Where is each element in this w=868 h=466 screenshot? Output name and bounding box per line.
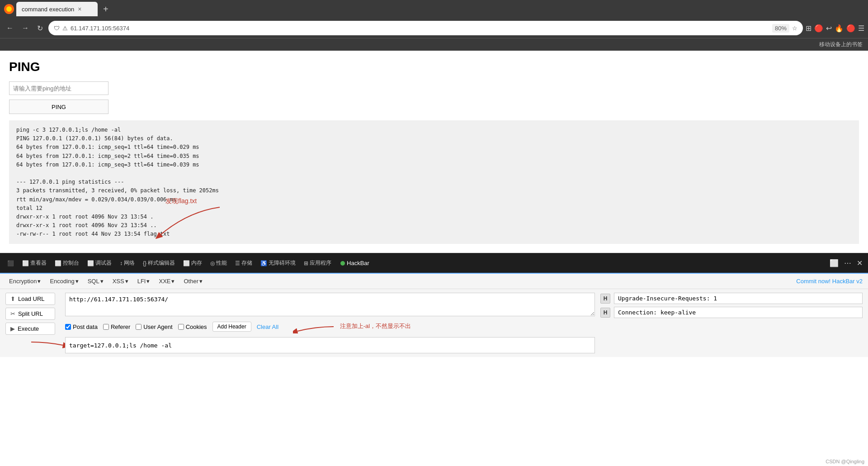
url-display: 61.147.171.105:56374 bbox=[71, 25, 767, 32]
zoom-level: 80% bbox=[772, 24, 789, 33]
upload-icon: ⬆ bbox=[10, 295, 15, 302]
lfi-chevron: ▾ bbox=[146, 278, 150, 285]
clear-all-button[interactable]: Clear All bbox=[257, 323, 278, 330]
page-content: PING PING ping -c 3 127.0.0.1;ls /home -… bbox=[0, 51, 868, 253]
annotation2-label: 注意加上-al，不然显示不出 bbox=[340, 323, 411, 330]
annotation-arrow bbox=[152, 203, 224, 239]
sql-label: SQL bbox=[88, 278, 99, 285]
encryption-menu[interactable]: Encryption ▾ bbox=[5, 276, 44, 286]
cookies-label: Cookies bbox=[186, 323, 207, 330]
devtools-bar: ⬛ ⬜ 查看器 ⬜ 控制台 ⬜ 调试器 ↕ 网络 {} 样式编辑器 ⬜ 内存 ◎… bbox=[0, 253, 868, 273]
split-url-label: Split URL bbox=[18, 310, 43, 317]
ping-button[interactable]: PING bbox=[9, 100, 108, 114]
more-options-icon[interactable]: ⋯ bbox=[842, 257, 853, 269]
addon-icon[interactable]: 🔴 bbox=[846, 24, 855, 33]
responsive-icon[interactable]: ⬜ bbox=[828, 257, 840, 269]
xxe-menu[interactable]: XXE ▾ bbox=[155, 276, 178, 286]
hackbar-main-area: http://61.147.171.105:56374/ Post data R… bbox=[65, 293, 595, 353]
load-url-button[interactable]: ⬆ Load URL bbox=[5, 293, 55, 305]
firefox-icon bbox=[4, 4, 14, 14]
storage-label: 存储 bbox=[241, 259, 252, 267]
ping-input[interactable] bbox=[9, 81, 108, 95]
tab-close-btn[interactable]: × bbox=[78, 5, 81, 13]
inspector-label: 查看器 bbox=[30, 259, 47, 267]
performance-label: 性能 bbox=[216, 259, 227, 267]
performance-btn[interactable]: ◎ 性能 bbox=[207, 257, 231, 269]
active-tab[interactable]: command execution × bbox=[16, 2, 98, 16]
reload-btn[interactable]: ↻ bbox=[34, 22, 46, 34]
bookmark-icon[interactable]: ☆ bbox=[792, 25, 797, 32]
terminal-last-line-container: -rw-rw-r-- 1 root root 44 Nov 23 13:54 f… bbox=[16, 230, 852, 238]
console-btn[interactable]: ⬜ 控制台 bbox=[51, 257, 83, 269]
style-editor-btn[interactable]: {} 样式编辑器 bbox=[139, 257, 179, 269]
user-agent-checkbox-label[interactable]: User Agent bbox=[136, 323, 172, 330]
history-back-icon[interactable]: ↩ bbox=[826, 24, 832, 33]
encryption-chevron: ▾ bbox=[38, 278, 41, 285]
extensions-icon[interactable]: ⊞ bbox=[806, 24, 811, 33]
debugger-btn[interactable]: ⬜ 调试器 bbox=[84, 257, 115, 269]
encoding-menu[interactable]: Encoding ▾ bbox=[46, 276, 82, 286]
inspector-btn[interactable]: ⬜ 查看器 bbox=[19, 257, 50, 269]
terminal-line-9: rtt min/avg/max/mdev = 0.029/0.034/0.039… bbox=[16, 195, 852, 204]
referer-checkbox-label[interactable]: Referer bbox=[103, 323, 130, 330]
hackbar-status-dot bbox=[340, 261, 345, 266]
new-tab-btn[interactable]: + bbox=[99, 2, 112, 16]
cookies-checkbox[interactable] bbox=[178, 324, 184, 330]
devtools-right-controls: ⬜ ⋯ ✕ bbox=[828, 257, 864, 269]
encryption-label: Encryption bbox=[9, 278, 37, 285]
header-badge-2: H bbox=[600, 308, 610, 318]
xss-menu[interactable]: XSS ▾ bbox=[109, 276, 132, 286]
referer-checkbox[interactable] bbox=[103, 324, 109, 330]
forward-btn[interactable]: → bbox=[19, 22, 32, 34]
user-agent-checkbox[interactable] bbox=[136, 324, 142, 330]
header-row-2: H bbox=[600, 307, 863, 318]
xss-chevron: ▾ bbox=[125, 278, 128, 285]
lfi-label: LFI bbox=[137, 278, 146, 285]
terminal-line-4: 64 bytes from 127.0.0.1: icmp_seq=2 ttl=… bbox=[16, 152, 852, 161]
split-url-button[interactable]: ✂ Split URL bbox=[5, 308, 55, 320]
hackbar-tab-btn[interactable]: HackBar bbox=[336, 258, 374, 268]
devtools-toggle-btn[interactable]: ⬛ bbox=[4, 258, 18, 268]
encoding-label: Encoding bbox=[50, 278, 74, 285]
post-data-checkbox[interactable] bbox=[65, 324, 71, 330]
lfi-menu[interactable]: LFI ▾ bbox=[134, 276, 154, 286]
post-data-input[interactable]: target=127.0.0.1;ls /home -al bbox=[65, 337, 595, 353]
terminal-line-5: 64 bytes from 127.0.0.1: icmp_seq=3 ttl=… bbox=[16, 161, 852, 169]
back-btn[interactable]: ← bbox=[4, 22, 16, 34]
other-menu[interactable]: Other ▾ bbox=[180, 276, 206, 286]
cookies-checkbox-label[interactable]: Cookies bbox=[178, 323, 207, 330]
hackbar-body: ⬆ Load URL ✂ Split URL ▶ Execute http://… bbox=[0, 289, 868, 357]
close-devtools-icon[interactable]: ✕ bbox=[855, 257, 864, 269]
fire-icon[interactable]: 🔥 bbox=[835, 24, 844, 33]
terminal-line-8: 3 packets transmitted, 3 received, 0% pa… bbox=[16, 186, 852, 195]
application-label: 应用程序 bbox=[310, 259, 331, 267]
header-badge-1: H bbox=[600, 294, 610, 304]
storage-btn[interactable]: ☰ 存储 bbox=[231, 257, 256, 269]
application-btn[interactable]: ⊞ 应用程序 bbox=[300, 257, 335, 269]
style-editor-label: 样式编辑器 bbox=[148, 259, 175, 267]
mobile-bookmarks: 移动设备上的书签 bbox=[819, 41, 863, 48]
annotation2-text: 注意加上-al，不然显示不出 bbox=[293, 320, 411, 333]
address-bar[interactable]: 🛡 ⚠ 61.147.171.105:56374 80% ☆ bbox=[48, 21, 803, 35]
post-data-checkbox-label[interactable]: Post data bbox=[65, 323, 98, 330]
accessibility-btn[interactable]: ♿ 无障碍环境 bbox=[257, 257, 299, 269]
header-input-2[interactable] bbox=[614, 307, 863, 318]
encoding-chevron: ▾ bbox=[75, 278, 79, 285]
svg-point-1 bbox=[6, 6, 12, 12]
menu-icon[interactable]: ☰ bbox=[858, 24, 864, 33]
sql-menu[interactable]: SQL ▾ bbox=[84, 276, 107, 286]
bookmark-bar: 移动设备上的书签 bbox=[0, 38, 868, 51]
url-textarea[interactable]: http://61.147.171.105:56374/ bbox=[65, 293, 595, 316]
terminal-line-12: drwxr-xr-x 1 root root 4096 Nov 23 13:54… bbox=[16, 221, 852, 230]
arrow2-svg bbox=[293, 320, 338, 333]
xss-label: XSS bbox=[113, 278, 124, 285]
post-data-label: Post data bbox=[73, 323, 98, 330]
header-input-1[interactable] bbox=[614, 293, 863, 304]
add-header-button[interactable]: Add Header bbox=[212, 322, 251, 332]
memory-btn[interactable]: ⬜ 内存 bbox=[179, 257, 206, 269]
network-btn[interactable]: ↕ 网络 bbox=[116, 257, 138, 269]
terminal-line-13: -rw-rw-r-- 1 root root 44 Nov 23 13:54 f… bbox=[16, 231, 170, 237]
hackbar-menu-bar: Encryption ▾ Encoding ▾ SQL ▾ XSS ▾ LFI … bbox=[0, 274, 868, 289]
execute-button[interactable]: ▶ Execute bbox=[5, 323, 55, 335]
ublock-icon[interactable]: 🔴 bbox=[814, 24, 823, 33]
